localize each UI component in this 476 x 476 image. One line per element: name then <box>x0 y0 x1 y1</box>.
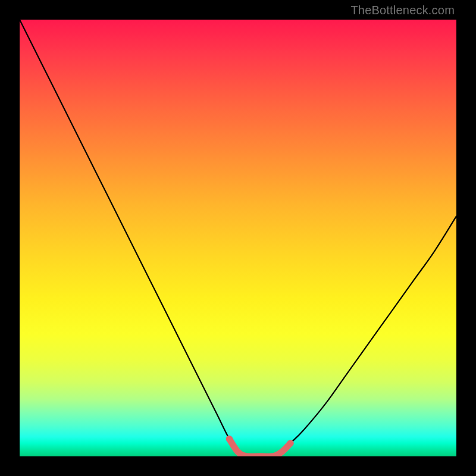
optimal-band-marker <box>226 436 294 456</box>
svg-point-0 <box>226 436 233 442</box>
svg-point-1 <box>287 440 294 446</box>
bottleneck-curve-svg <box>20 20 456 456</box>
plot-area <box>20 20 456 456</box>
chart-frame: TheBottleneck.com <box>0 0 476 476</box>
attribution-text: TheBottleneck.com <box>350 4 455 17</box>
bottleneck-curve <box>20 20 456 456</box>
